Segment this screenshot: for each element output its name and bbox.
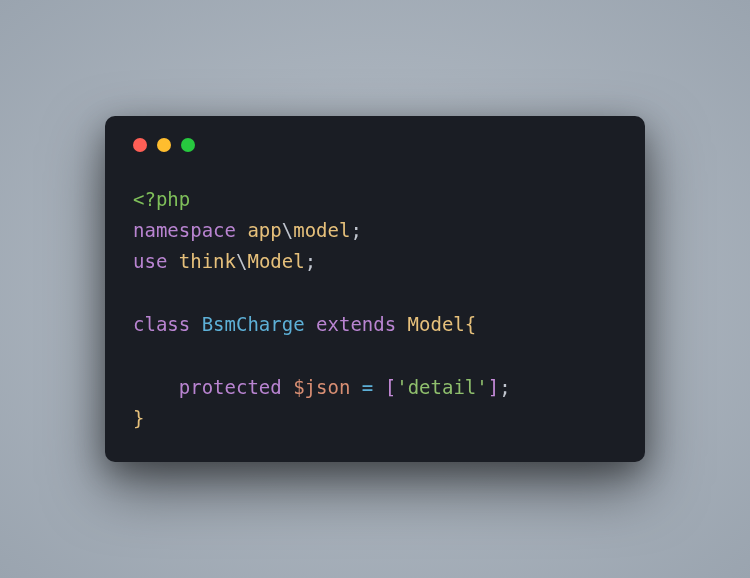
backslash: \	[236, 250, 247, 272]
semicolon: ;	[305, 250, 316, 272]
code-block: <?php namespace app\model; use think\Mod…	[133, 184, 617, 435]
brace-close: }	[133, 407, 144, 429]
brace-open: {	[465, 313, 476, 335]
close-icon[interactable]	[133, 138, 147, 152]
variable-json: $json	[293, 376, 350, 398]
minimize-icon[interactable]	[157, 138, 171, 152]
keyword-class: class	[133, 313, 190, 335]
class-name: BsmCharge	[202, 313, 305, 335]
bracket-close: ]	[488, 376, 499, 398]
parent-class: Model	[408, 313, 465, 335]
window-titlebar	[133, 138, 617, 152]
use-model: Model	[247, 250, 304, 272]
semicolon: ;	[499, 376, 510, 398]
php-open-tag: <?php	[133, 188, 190, 210]
keyword-extends: extends	[316, 313, 396, 335]
string-detail: 'detail'	[396, 376, 488, 398]
keyword-use: use	[133, 250, 167, 272]
assign-op: =	[362, 376, 373, 398]
code-window: <?php namespace app\model; use think\Mod…	[105, 116, 645, 463]
backslash: \	[282, 219, 293, 241]
use-think: think	[179, 250, 236, 272]
semicolon: ;	[350, 219, 361, 241]
keyword-namespace: namespace	[133, 219, 236, 241]
bracket-open: [	[385, 376, 396, 398]
maximize-icon[interactable]	[181, 138, 195, 152]
keyword-protected: protected	[179, 376, 282, 398]
namespace-app: app	[247, 219, 281, 241]
namespace-model: model	[293, 219, 350, 241]
